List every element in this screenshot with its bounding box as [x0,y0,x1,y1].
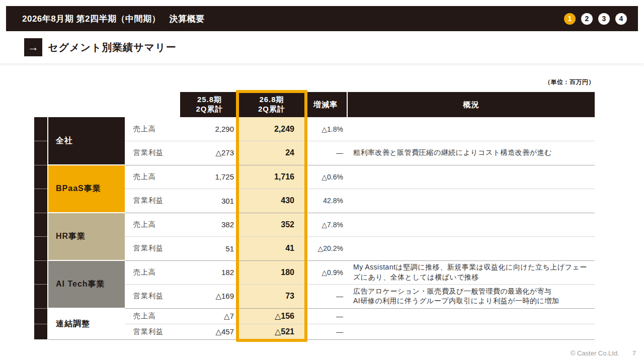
metric-label: 売上高 [125,308,180,324]
prev-value: 51 [180,237,239,261]
col-header-rate: 増減率 [304,92,347,117]
curr-value: 24 [239,141,304,165]
curr-value: 41 [239,237,304,261]
overview-cell [347,324,595,339]
results-table: 25.8期 2Q累計 26.8期 2Q累計 増減率 概況 全社 売上高 2,29… [34,92,595,340]
rate-value: — [304,324,347,339]
page-dot-1[interactable]: 1 [564,13,576,25]
metric-label: 売上高 [125,117,180,141]
overview-cell [347,213,595,237]
slide-footer: © Caster Co.Ltd. 7 [571,349,636,357]
page-dot-4[interactable]: 4 [615,13,627,25]
overview-cell [347,189,595,213]
rate-value: △1.8% [304,117,347,141]
curr-value: 1,716 [239,165,304,189]
rate-value: — [304,141,347,165]
metric-label: 営業利益 [125,189,180,213]
overview-cell [347,308,595,324]
row-guide-strip [34,285,48,309]
rate-value: △0.9% [304,260,347,285]
arrow-right-icon: → [24,38,42,56]
row-guide-strip [34,213,48,237]
rate-value: △0.6% [304,165,347,189]
segment-name-cell: AI Tech事業 [48,260,125,308]
table-row: 全社 売上高 2,290 2,249 △1.8% [34,117,595,141]
row-guide-strip [34,165,48,189]
table-row: HR事業 売上高 382 352 △7.8% [34,213,595,237]
prev-value: 182 [180,260,239,285]
copyright-text: © Caster Co.Ltd. [571,349,619,357]
curr-value: △521 [239,324,304,339]
curr-value: 352 [239,213,304,237]
row-guide-strip [34,141,48,165]
curr-value: △156 [239,308,304,324]
row-guide-strip [34,237,48,261]
col-header-prev-label: 25.8期 2Q累計 [180,95,239,114]
segment-name-cell: BPaaS事業 [48,165,125,213]
prev-value: △7 [180,308,239,324]
segment-name-cell: HR事業 [48,213,125,260]
prev-value: 2,290 [180,117,239,141]
col-header-curr-period: 26.8期 2Q累計 [239,92,304,117]
prev-value: △457 [180,324,239,339]
row-guide-strip [34,308,48,324]
curr-value: 2,249 [239,117,304,141]
overview-cell: My Assistantは堅調に推移、新規事業は収益化に向けた立ち上げフェーズに… [347,260,595,285]
prev-value: △273 [180,141,239,165]
col-header-curr-label: 26.8期 2Q累計 [239,95,304,114]
rate-value: — [304,285,347,309]
table-row: AI Tech事業 売上高 182 180 △0.9% My Assistant… [34,260,595,285]
rate-value: △20.2% [304,237,347,261]
metric-label: 営業利益 [125,324,180,339]
header-corner-cell [34,92,180,117]
rate-value: 42.8% [304,189,347,213]
section-header: → セグメント別業績サマリー [0,31,644,63]
col-header-overview: 概況 [347,92,595,117]
prev-value: △169 [180,285,239,309]
row-guide-strip [34,260,48,285]
slide-title: 2026年8月期 第2四半期（中間期） 決算概要 [22,13,204,25]
curr-value: 430 [239,189,304,213]
overview-cell [347,165,595,189]
overview-cell [347,117,595,141]
unit-note: （単位：百万円） [544,78,595,86]
curr-value: 180 [239,260,304,285]
section-title: セグメント別業績サマリー [48,41,177,54]
prev-value: 382 [180,213,239,237]
table-row: 連結調整 売上高 △7 △156 — [34,308,595,324]
row-guide-strip [34,189,48,213]
page-dot-3[interactable]: 3 [598,13,610,25]
overview-cell [347,237,595,261]
metric-label: 売上高 [125,165,180,189]
metric-label: 売上高 [125,213,180,237]
rate-value: — [304,308,347,324]
curr-value: 73 [239,285,304,309]
row-guide-strip [34,117,48,141]
page-indicator: 1 2 3 4 [564,13,627,25]
table-row: BPaaS事業 売上高 1,725 1,716 △0.6% [34,165,595,189]
segment-name-cell: 全社 [48,117,125,165]
metric-label: 営業利益 [125,285,180,309]
table-header-row: 25.8期 2Q累計 26.8期 2Q累計 増減率 概況 [34,92,595,117]
page-dot-2[interactable]: 2 [581,13,593,25]
metric-label: 営業利益 [125,237,180,261]
segment-results-table: 25.8期 2Q累計 26.8期 2Q累計 増減率 概況 全社 売上高 2,29… [34,92,595,340]
overview-cell: 粗利率改善と販管費圧縮の継続によりコスト構造改善が進む [347,141,595,165]
metric-label: 売上高 [125,260,180,285]
slide-title-bar: 2026年8月期 第2四半期（中間期） 決算概要 1 2 3 4 [6,6,638,31]
col-header-prev-period: 25.8期 2Q累計 [180,92,239,117]
prev-value: 1,725 [180,165,239,189]
row-guide-strip [34,324,48,339]
segment-name-cell: 連結調整 [48,308,125,339]
overview-cell: 広告アロケーション・販売費及び一般管理費の最適化が寄与 AI研修の利用に伴うグル… [347,285,595,309]
metric-label: 営業利益 [125,141,180,165]
prev-value: 301 [180,189,239,213]
page-number: 7 [632,349,636,357]
rate-value: △7.8% [304,213,347,237]
